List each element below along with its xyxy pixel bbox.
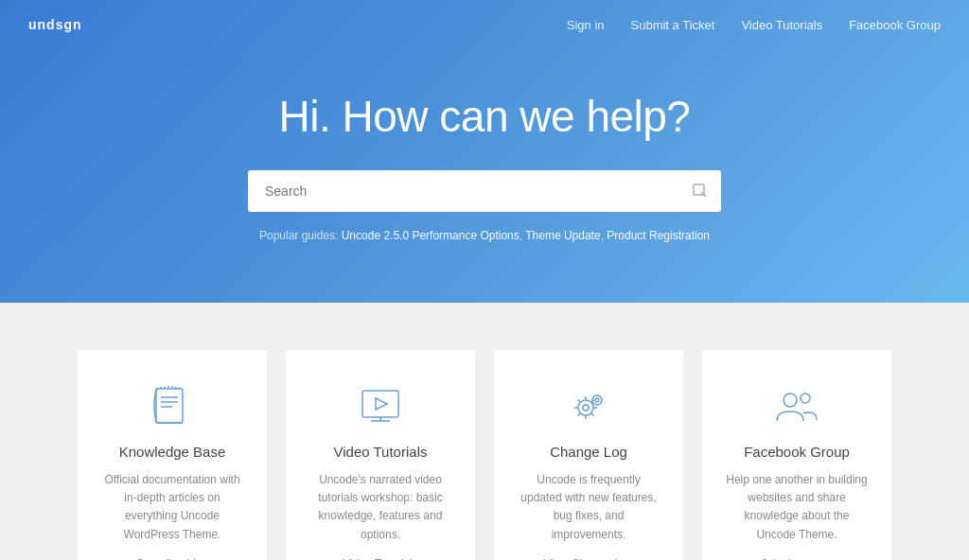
video-tutorials-card: Video Tutorials Uncode's narrated video … bbox=[286, 350, 475, 560]
cards-grid: Knowledge Base Official documentation wi… bbox=[78, 350, 891, 560]
svg-point-11 bbox=[578, 400, 593, 415]
search-button[interactable] bbox=[693, 184, 708, 199]
svg-point-16 bbox=[801, 394, 810, 403]
submit-ticket-link[interactable]: Submit a Ticket bbox=[631, 18, 715, 32]
popular-guides-prefix: Popular guides: bbox=[259, 229, 338, 242]
facebook-group-card: Facebook Group Help one another in build… bbox=[702, 350, 891, 560]
popular-guide-3[interactable]: Product Registration bbox=[607, 229, 710, 242]
video-tutorials-title: Video Tutorials bbox=[334, 444, 428, 460]
hero-section: undsgn Sign in Submit a Ticket Video Tut… bbox=[0, 0, 969, 303]
svg-rect-7 bbox=[362, 391, 398, 417]
search-container bbox=[248, 170, 721, 212]
video-tutorials-desc: Uncode's narrated video tutorials worksh… bbox=[309, 471, 451, 544]
svg-point-15 bbox=[784, 394, 797, 407]
popular-guides: Popular guides: Uncode 2.5.0 Performance… bbox=[259, 229, 710, 242]
change-log-title: Change Log bbox=[550, 444, 627, 460]
knowledge-base-desc: Official documentation with in-depth art… bbox=[101, 471, 243, 544]
svg-point-14 bbox=[595, 398, 599, 402]
hero-content: Hi. How can we help? Popular guides: Unc… bbox=[0, 49, 969, 303]
knowledge-base-card: Knowledge Base Official documentation wi… bbox=[78, 350, 267, 560]
knowledge-base-title: Knowledge Base bbox=[119, 444, 226, 460]
popular-guide-2[interactable]: Theme Update bbox=[525, 229, 600, 242]
svg-marker-8 bbox=[376, 398, 387, 410]
sign-in-link[interactable]: Sign in bbox=[567, 18, 605, 32]
svg-rect-2 bbox=[156, 389, 183, 423]
change-log-desc: Uncode is frequently updated with new fe… bbox=[518, 471, 660, 544]
video-tutorials-nav-link[interactable]: Video Tutorials bbox=[741, 18, 822, 32]
group-icon bbox=[773, 383, 820, 430]
facebook-group-desc: Help one another in building websites an… bbox=[726, 471, 868, 544]
cards-section: Knowledge Base Official documentation wi… bbox=[0, 303, 969, 560]
facebook-group-title: Facebook Group bbox=[744, 444, 850, 460]
facebook-group-nav-link[interactable]: Facebook Group bbox=[849, 18, 941, 32]
navigation: undsgn Sign in Submit a Ticket Video Tut… bbox=[0, 0, 969, 49]
play-icon bbox=[357, 383, 404, 430]
gear-icon bbox=[565, 383, 612, 430]
nav-links: Sign in Submit a Ticket Video Tutorials … bbox=[567, 18, 941, 32]
logo: undsgn bbox=[28, 17, 82, 32]
popular-guide-1[interactable]: Uncode 2.5.0 Performance Options bbox=[342, 229, 520, 242]
search-input[interactable] bbox=[248, 170, 721, 212]
book-icon bbox=[149, 383, 196, 430]
search-icon bbox=[693, 184, 708, 199]
svg-point-12 bbox=[583, 405, 589, 411]
hero-title: Hi. How can we help? bbox=[279, 91, 691, 142]
change-log-card: Change Log Uncode is frequently updated … bbox=[494, 350, 683, 560]
